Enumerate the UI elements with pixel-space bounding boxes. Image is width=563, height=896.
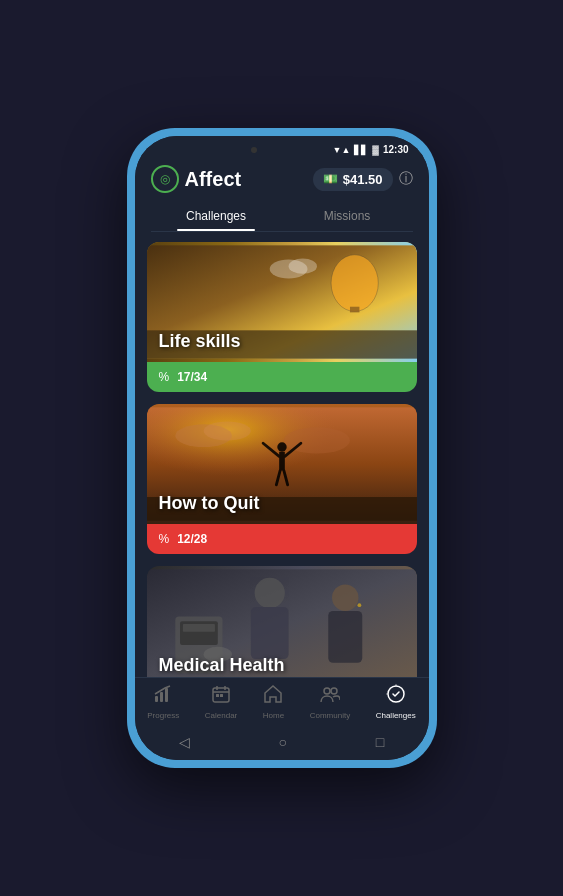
header-top: ◎ Affect 💵 $41.50 ⓘ (151, 165, 413, 193)
how-to-quit-progress-bar: % 12/28 (147, 524, 417, 554)
nav-calendar[interactable]: Calendar (205, 684, 237, 720)
percent-icon: % (159, 370, 170, 384)
phone-screen: ▼▲ ▋▋ ▓ 12:30 ◎ Affect 💵 $41.50 (135, 136, 429, 760)
back-button[interactable]: ◁ (179, 734, 190, 750)
svg-rect-25 (250, 607, 288, 659)
camera (251, 147, 257, 153)
svg-rect-29 (155, 696, 158, 702)
status-bar: ▼▲ ▋▋ ▓ 12:30 (135, 136, 429, 159)
balance-amount: $41.50 (343, 172, 383, 187)
app-name: Affect (185, 168, 242, 191)
balance-section: 💵 $41.50 ⓘ (313, 168, 413, 191)
tab-missions[interactable]: Missions (282, 201, 413, 231)
battery-icon: ▓ (372, 145, 379, 155)
balance-badge[interactable]: 💵 $41.50 (313, 168, 393, 191)
svg-point-39 (331, 688, 337, 694)
notch (224, 145, 284, 155)
svg-rect-37 (220, 694, 223, 697)
life-skills-progress-bar: % 17/34 (147, 362, 417, 392)
app-header: ◎ Affect 💵 $41.50 ⓘ Challenges (135, 159, 429, 232)
android-nav: ◁ ○ □ (135, 728, 429, 760)
info-icon[interactable]: ⓘ (399, 170, 413, 188)
community-icon (320, 684, 340, 709)
progress-icon (153, 684, 173, 709)
nav-home[interactable]: Home (263, 684, 284, 720)
nav-challenges-label: Challenges (376, 711, 416, 720)
svg-point-24 (254, 578, 284, 608)
card-how-to-quit[interactable]: How to Quit % 12/28 (147, 404, 417, 554)
svg-point-28 (357, 603, 361, 607)
nav-home-label: Home (263, 711, 284, 720)
percent-icon-2: % (159, 532, 170, 546)
svg-rect-27 (328, 611, 362, 663)
challenges-list: Life skills % 17/34 (135, 232, 429, 677)
svg-rect-3 (349, 307, 358, 313)
wifi-icon: ▼▲ (333, 145, 351, 155)
status-right: ▼▲ ▋▋ ▓ 12:30 (333, 144, 409, 155)
card-medical-health[interactable]: Medical Health % 17/35 (147, 566, 417, 677)
medical-health-title: Medical Health (159, 655, 285, 676)
home-button[interactable]: ○ (279, 734, 287, 750)
recents-button[interactable]: □ (376, 734, 384, 750)
medical-health-image: Medical Health (147, 566, 417, 677)
calendar-icon (211, 684, 231, 709)
svg-rect-14 (279, 452, 285, 471)
life-skills-image: Life skills (147, 242, 417, 362)
nav-community[interactable]: Community (310, 684, 350, 720)
nav-progress-label: Progress (147, 711, 179, 720)
bottom-nav: Progress Calendar (135, 677, 429, 728)
svg-point-38 (324, 688, 330, 694)
svg-rect-36 (216, 694, 219, 697)
challenges-nav-icon (386, 684, 406, 709)
logo-section: ◎ Affect (151, 165, 242, 193)
app-logo-icon: ◎ (151, 165, 179, 193)
tab-challenges[interactable]: Challenges (151, 201, 282, 231)
nav-progress[interactable]: Progress (147, 684, 179, 720)
how-to-quit-image: How to Quit (147, 404, 417, 524)
life-skills-title: Life skills (159, 331, 241, 352)
tabs: Challenges Missions (151, 201, 413, 232)
svg-rect-31 (165, 688, 168, 702)
how-to-quit-title: How to Quit (159, 493, 260, 514)
life-skills-progress-text: 17/34 (177, 370, 207, 384)
signal-icon: ▋▋ (354, 145, 368, 155)
nav-calendar-label: Calendar (205, 711, 237, 720)
svg-rect-22 (182, 624, 214, 632)
svg-point-5 (288, 259, 316, 274)
svg-point-10 (203, 422, 250, 441)
how-to-quit-progress-text: 12/28 (177, 532, 207, 546)
svg-point-13 (277, 442, 286, 451)
svg-point-26 (332, 584, 358, 610)
svg-rect-30 (160, 692, 163, 702)
card-life-skills[interactable]: Life skills % 17/34 (147, 242, 417, 392)
money-icon: 💵 (323, 172, 338, 186)
phone-frame: ▼▲ ▋▋ ▓ 12:30 ◎ Affect 💵 $41.50 (127, 128, 437, 768)
nav-challenges[interactable]: Challenges (376, 684, 416, 720)
nav-community-label: Community (310, 711, 350, 720)
home-icon (263, 684, 283, 709)
clock: 12:30 (383, 144, 409, 155)
logo-symbol: ◎ (160, 172, 170, 186)
